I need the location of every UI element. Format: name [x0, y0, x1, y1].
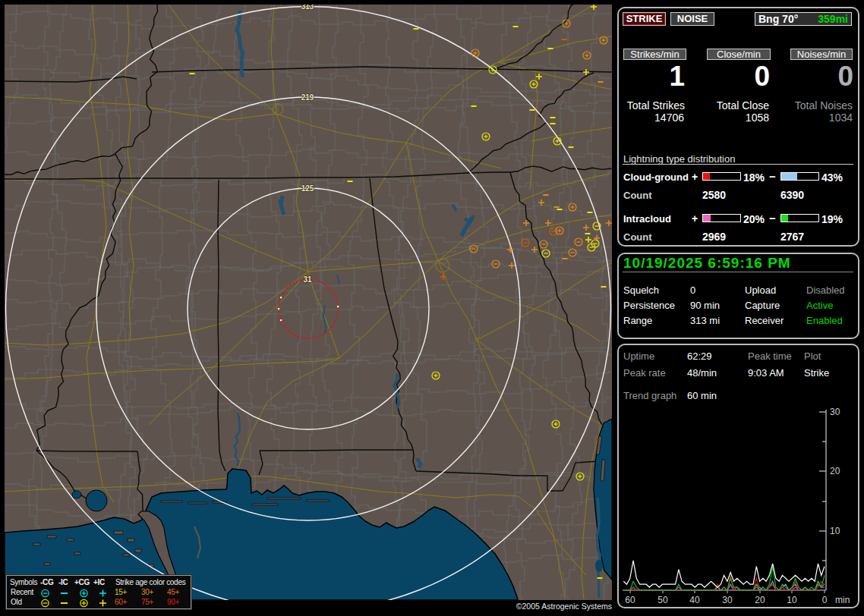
svg-text:30: 30 [722, 595, 733, 605]
svg-text:125: 125 [301, 184, 314, 193]
svg-text:219: 219 [301, 93, 314, 102]
svg-text:20: 20 [755, 595, 765, 605]
svg-text:min: min [835, 595, 850, 605]
svg-text:30: 30 [830, 407, 840, 417]
svg-text:10: 10 [787, 595, 797, 605]
svg-text:313: 313 [301, 5, 314, 11]
svg-text:40: 40 [689, 595, 700, 605]
svg-text:20: 20 [830, 466, 840, 476]
svg-text:0: 0 [822, 595, 828, 605]
svg-text:50: 50 [657, 595, 668, 605]
svg-text:31: 31 [303, 275, 312, 284]
svg-text:10: 10 [830, 526, 840, 536]
svg-text:60: 60 [625, 595, 635, 605]
